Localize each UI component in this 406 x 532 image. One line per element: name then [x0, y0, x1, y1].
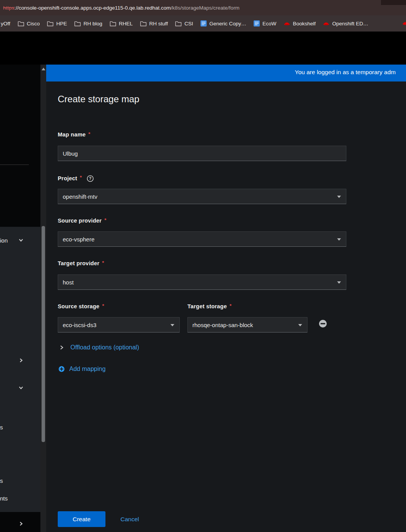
bookmark-label: Bookshelf — [293, 21, 316, 27]
bookmark-csi[interactable]: CSI — [175, 21, 193, 27]
label-text: Target provider — [58, 260, 99, 266]
chevron-right-icon — [59, 345, 64, 350]
chevron-down-icon — [18, 385, 24, 391]
cancel-button[interactable]: Cancel — [115, 511, 145, 527]
caret-down-icon — [337, 238, 341, 241]
target-storage-select[interactable]: rhosqe-ontap-san-block — [187, 317, 307, 332]
required-asterisk: * — [102, 260, 104, 266]
bookmark-label: EcoW — [262, 21, 276, 27]
bookmark-label: HPE — [56, 21, 67, 27]
sidebar-item-s1[interactable]: s — [0, 423, 40, 431]
add-mapping-button[interactable]: Add mapping — [58, 366, 105, 372]
label-text: Project — [58, 175, 77, 181]
project-label: Project* ? — [58, 175, 94, 182]
required-asterisk: * — [102, 303, 104, 309]
bookmark-bookshelf[interactable]: Bookshelf — [284, 20, 316, 27]
target-storage-value: rhosqe-ontap-san-block — [192, 322, 253, 328]
scroll-up-arrow-icon[interactable] — [42, 68, 45, 70]
map-name-input[interactable]: Ulbug — [58, 146, 346, 161]
source-provider-value: eco-vsphere — [63, 236, 95, 243]
bookmark-label: CSI — [184, 21, 193, 27]
source-provider-label: Source provider* — [58, 218, 106, 224]
folder-icon — [110, 21, 116, 27]
folder-icon — [175, 21, 182, 27]
add-mapping-label: Add mapping — [69, 366, 105, 372]
redhat-icon — [323, 20, 329, 27]
chevron-right-icon — [18, 521, 24, 527]
redhat-icon — [284, 20, 290, 27]
sidebar-item-s2[interactable]: s — [0, 476, 40, 485]
bookmark-rhel[interactable]: RHEL — [110, 21, 133, 27]
caret-down-icon — [337, 196, 341, 198]
bookmarks-bar: yOff Cisco HPE RH blog RHEL RH stuff CSI — [0, 15, 406, 32]
doc-icon — [200, 20, 207, 27]
bookmark-rh-stuff[interactable]: RH stuff — [140, 21, 168, 27]
scrollbar-thumb[interactable] — [42, 226, 45, 442]
sidebar-item-ion[interactable]: ion — [0, 236, 40, 244]
bookmark-label: Openshift ED… — [332, 21, 368, 27]
bookmark-ecow[interactable]: EcoW — [254, 20, 276, 27]
sidebar-nav: ion s s nts — [0, 65, 40, 532]
caret-down-icon — [337, 281, 341, 284]
caret-down-icon — [170, 324, 174, 326]
source-storage-label: Source storage* — [58, 303, 104, 309]
offload-options-toggle[interactable]: Offload options (optional) — [59, 344, 139, 351]
target-provider-label: Target provider* — [58, 260, 104, 266]
bookmark-label: RHEL — [119, 21, 133, 27]
bookmark-rh-blog[interactable]: RH blog — [74, 21, 102, 27]
label-text: Source storage — [58, 303, 99, 309]
bookmark-openshift-ed[interactable]: Openshift ED… — [323, 20, 368, 27]
sidebar-expanded-panel — [0, 227, 40, 512]
source-storage-select[interactable]: eco-iscsi-ds3 — [58, 317, 180, 332]
bookmark-yoff[interactable]: yOff — [1, 21, 10, 27]
caret-down-icon — [298, 324, 302, 326]
bookmark-label: Cisco — [27, 21, 40, 27]
bookmark-cisco[interactable]: Cisco — [18, 21, 40, 27]
sidebar-item-collapsed-3[interactable] — [0, 520, 40, 528]
source-storage-value: eco-iscsi-ds3 — [63, 322, 97, 328]
banner-text: You are logged in as a temporary adm — [295, 69, 396, 76]
bookmark-label: RH blog — [84, 21, 102, 27]
url-host: ://console-openshift-console.apps.ocp-ed… — [14, 5, 171, 11]
create-button[interactable]: Create — [58, 511, 105, 527]
svg-text:?: ? — [89, 176, 92, 181]
sidebar-item-collapsed-1[interactable] — [0, 356, 40, 365]
page-title: Create storage map — [58, 94, 139, 105]
sidebar-item-expanded-2[interactable] — [0, 384, 40, 392]
bookmark-label: RH stuff — [149, 21, 168, 27]
sidebar-item-nts[interactable]: nts — [0, 494, 40, 502]
page-masthead — [0, 32, 406, 65]
chevron-down-icon — [18, 237, 24, 243]
main-content: You are logged in as a temporary adm Cre… — [46, 65, 406, 532]
map-name-label: Map name* — [58, 131, 90, 138]
remove-mapping-button[interactable] — [318, 319, 327, 328]
question-circle-icon[interactable]: ? — [87, 175, 94, 182]
sidebar-scrollbar[interactable] — [40, 65, 46, 532]
url-bar[interactable]: https://console-openshift-console.apps.o… — [0, 0, 406, 15]
doc-icon — [254, 20, 260, 27]
required-asterisk: * — [229, 303, 231, 309]
bookmark-partial[interactable] — [402, 20, 406, 27]
folder-icon — [18, 21, 24, 27]
redhat-icon — [402, 20, 406, 27]
offload-options-label: Offload options (optional) — [70, 344, 139, 351]
target-storage-label: Target storage* — [187, 303, 232, 309]
source-provider-select[interactable]: eco-vsphere — [58, 231, 346, 247]
url-scheme: https — [3, 5, 14, 11]
target-provider-select[interactable]: host — [58, 274, 346, 290]
url-path: /k8s/storageMaps/create/form — [171, 5, 240, 11]
bookmark-label: Generic Copy… — [209, 21, 246, 27]
bookmark-label: yOff — [1, 21, 10, 27]
folder-icon — [140, 21, 147, 27]
sidebar-item-label: ion — [0, 237, 8, 244]
required-asterisk: * — [104, 217, 106, 223]
chevron-right-icon — [18, 357, 24, 363]
project-select[interactable]: openshift-mtv — [58, 189, 346, 204]
label-text: Map name — [58, 131, 86, 138]
project-value: openshift-mtv — [63, 193, 97, 200]
plus-circle-icon — [58, 366, 65, 372]
bookmark-generic-copy[interactable]: Generic Copy… — [200, 20, 246, 27]
login-banner: You are logged in as a temporary adm — [46, 65, 406, 81]
sidebar-item-label: nts — [0, 495, 8, 502]
bookmark-hpe[interactable]: HPE — [47, 21, 67, 27]
